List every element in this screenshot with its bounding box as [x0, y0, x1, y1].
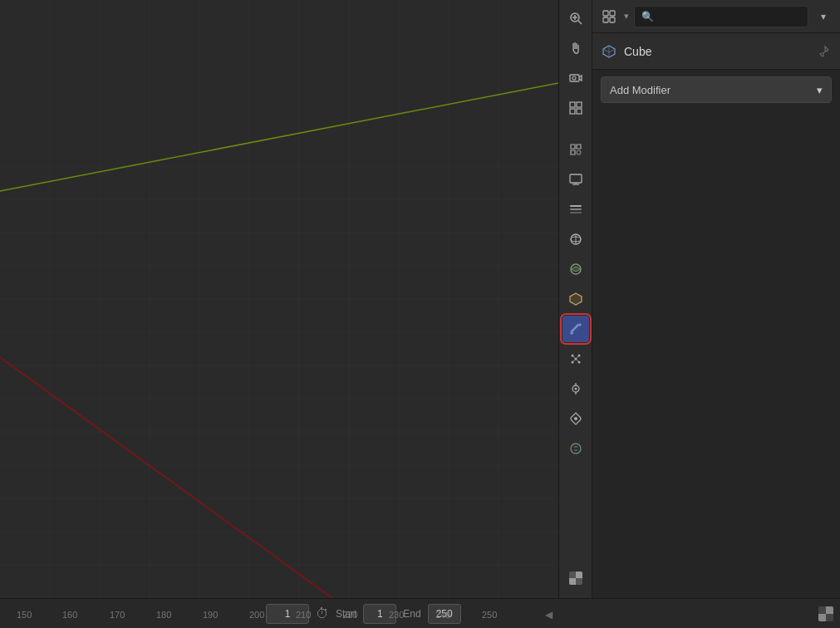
scene-properties-icon[interactable]	[562, 226, 589, 253]
svg-rect-31	[577, 102, 582, 107]
constraints-properties-icon[interactable]	[562, 405, 589, 432]
svg-line-51	[572, 356, 576, 359]
add-modifier-label: Add Modifier	[610, 84, 671, 96]
grid-view-icon[interactable]	[562, 95, 589, 121]
object-name-row: Cube	[592, 33, 840, 70]
svg-line-25	[578, 21, 582, 24]
particles-properties-icon[interactable]	[562, 346, 589, 372]
checkerboard-render-icon[interactable]	[562, 565, 589, 591]
pin-icon[interactable]	[815, 43, 832, 60]
panel-mode-icon[interactable]	[599, 7, 619, 27]
svg-point-56	[574, 388, 577, 390]
svg-rect-35	[570, 174, 582, 183]
svg-rect-32	[570, 109, 575, 114]
add-modifier-button[interactable]: Add Modifier ▾	[601, 76, 832, 103]
render-properties-icon[interactable]	[562, 136, 589, 163]
current-frame-display[interactable]: 1	[266, 604, 309, 624]
svg-rect-38	[570, 205, 582, 207]
end-label: End	[403, 608, 420, 620]
svg-rect-62	[610, 11, 615, 16]
svg-rect-39	[570, 209, 582, 210]
svg-rect-64	[610, 17, 615, 22]
toolbar-strip	[558, 0, 592, 598]
render-icon-bottom[interactable]	[818, 606, 833, 621]
svg-point-45	[571, 331, 573, 334]
properties-panel-bottom	[592, 598, 840, 628]
viewport-grid	[0, 0, 558, 598]
object-cube-icon	[601, 43, 617, 60]
panel-mode-arrow[interactable]: ▾	[624, 11, 629, 22]
physics-properties-icon[interactable]	[562, 375, 589, 402]
svg-point-59	[574, 417, 577, 420]
add-modifier-arrow: ▾	[817, 84, 823, 96]
svg-rect-28	[570, 75, 579, 81]
timeline-controls: 1 ⏱ Start 1 End 250	[266, 604, 461, 624]
start-frame-input[interactable]: 1	[363, 604, 396, 624]
svg-line-53	[572, 359, 576, 362]
panel-header: ▾ ▾	[592, 0, 840, 33]
panel-options-dropdown[interactable]: ▾	[813, 7, 833, 27]
output-properties-icon[interactable]	[562, 166, 589, 193]
end-frame-input[interactable]: 250	[428, 604, 461, 624]
modifier-properties-icon[interactable]	[562, 316, 589, 342]
svg-rect-40	[570, 212, 582, 213]
object-data-properties-icon[interactable]	[562, 435, 589, 462]
hand-icon[interactable]	[562, 35, 589, 61]
clock-icon: ⏱	[316, 606, 329, 621]
svg-rect-63	[603, 17, 608, 22]
view-layer-properties-icon[interactable]	[562, 196, 589, 223]
panel-search-input[interactable]	[634, 6, 808, 27]
world-properties-icon[interactable]	[562, 256, 589, 282]
object-properties-icon[interactable]	[562, 286, 589, 312]
svg-rect-61	[603, 11, 608, 16]
camera-view-icon[interactable]	[562, 65, 589, 91]
svg-point-29	[572, 76, 576, 80]
svg-line-52	[576, 356, 579, 359]
object-name-label: Cube	[624, 45, 808, 58]
svg-point-60	[571, 444, 581, 454]
add-modifier-section: Add Modifier ▾	[592, 70, 840, 110]
svg-rect-33	[577, 109, 582, 114]
viewport[interactable]	[0, 0, 558, 598]
svg-point-34	[577, 150, 581, 155]
start-label: Start	[336, 608, 356, 620]
svg-rect-30	[570, 102, 575, 107]
zoom-in-icon[interactable]	[562, 5, 589, 32]
properties-panel: ▾ ▾ Cube Add Modifier ▾	[592, 0, 840, 598]
svg-line-54	[576, 359, 579, 362]
